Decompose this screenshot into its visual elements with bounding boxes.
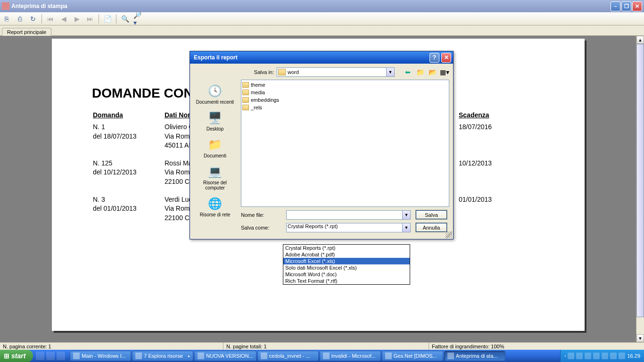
save-in-label: Salva in:	[241, 69, 274, 75]
clock[interactable]: 16.29	[627, 353, 640, 359]
restore-button[interactable]: ❐	[621, 1, 631, 11]
dropdown-item[interactable]: Microsoft Word (*.doc)	[283, 271, 410, 278]
main-titlebar: Anteprima di stampa – ❐ ✕	[0, 0, 644, 12]
goto-page-icon[interactable]: 📄	[103, 14, 112, 24]
first-page-icon[interactable]: ⏮	[46, 14, 55, 24]
export-icon[interactable]: ⎘	[2, 14, 11, 24]
task-icon	[447, 353, 454, 359]
app-icon	[2, 2, 9, 10]
tray-icon[interactable]	[602, 353, 608, 359]
place-documents[interactable]: 📁Documenti	[195, 135, 235, 160]
task-icon	[73, 353, 80, 359]
save-button[interactable]: Salva	[415, 210, 447, 220]
folder-icon	[278, 69, 286, 75]
print-icon[interactable]: ⎙	[15, 14, 25, 24]
close-button[interactable]: ✕	[632, 1, 642, 11]
task-item[interactable]: 7 Esplora risorse▸	[132, 351, 193, 361]
folder-icon	[242, 82, 249, 88]
tray-icon[interactable]	[585, 353, 591, 359]
tray-expand-icon[interactable]: ‹	[564, 354, 566, 358]
folder-icon	[242, 105, 249, 110]
zoom-icon[interactable]: 🔎▾	[133, 14, 143, 24]
quick-launch-item[interactable]	[46, 352, 55, 360]
minimize-button[interactable]: –	[611, 1, 620, 11]
recent-icon: 🕓	[207, 83, 223, 99]
folder-icon	[242, 97, 249, 103]
task-item[interactable]: cedola_invnet - ...	[257, 351, 319, 361]
documents-icon: 📁	[207, 137, 223, 152]
quick-launch-item[interactable]	[57, 352, 65, 360]
quick-launch	[33, 352, 68, 360]
help-button[interactable]: ?	[429, 53, 439, 63]
views-icon[interactable]: ▦▾	[440, 67, 449, 77]
dialog-titlebar[interactable]: Esporta il report ? ✕	[190, 51, 453, 64]
tray-icon[interactable]	[619, 353, 625, 359]
quick-launch-item[interactable]	[36, 352, 44, 360]
dialog-title: Esporta il report	[192, 54, 428, 61]
dropdown-item[interactable]: Microsoft Excel (*.xls)	[283, 258, 410, 264]
filename-label: Nome file:	[241, 212, 281, 218]
task-item[interactable]: NUOVA VERSION...	[194, 351, 256, 361]
place-network[interactable]: 🌐Risorse di rete	[195, 194, 235, 219]
list-item[interactable]: _rels	[242, 104, 448, 111]
next-page-icon[interactable]: ▶	[72, 14, 82, 24]
find-icon[interactable]: 🔍	[120, 14, 130, 24]
list-item[interactable]: media	[242, 89, 448, 96]
tabstrip: Report principale	[0, 25, 644, 36]
task-item[interactable]: Ges.Net [DIMOS...	[382, 351, 443, 361]
new-folder-icon[interactable]: 📂	[428, 67, 437, 77]
file-list[interactable]: theme media embeddings _rels	[241, 80, 449, 207]
task-icon	[385, 353, 392, 359]
savetype-dropdown[interactable]: Crystal Reports (*.rpt) Adobe Acrobat (*…	[283, 244, 410, 285]
chevron-down-icon[interactable]: ▼	[402, 223, 410, 232]
place-recent[interactable]: 🕓Documenti recenti	[195, 82, 235, 107]
tab-main-report[interactable]: Report principale	[2, 28, 51, 36]
prev-page-icon[interactable]: ◀	[59, 14, 68, 24]
tray-icon[interactable]	[593, 353, 600, 359]
network-icon: 🌐	[207, 196, 223, 211]
vertical-scrollbar[interactable]: ▲ ▼	[636, 36, 644, 342]
save-in-combo[interactable]: word ▼	[277, 67, 395, 77]
tray-icon[interactable]	[610, 353, 617, 359]
back-icon[interactable]: ⬅	[403, 67, 413, 77]
chevron-down-icon[interactable]: ▼	[402, 211, 410, 219]
desktop-icon: 🖥️	[207, 110, 223, 125]
place-desktop[interactable]: 🖥️Desktop	[195, 108, 235, 133]
task-icon	[135, 353, 142, 359]
dropdown-item[interactable]: Solo dati Microsoft Excel (*.xls)	[283, 264, 410, 271]
task-item[interactable]: Anteprima di sta...	[444, 351, 505, 361]
cancel-button[interactable]: Annulla	[415, 222, 447, 232]
tray-icon[interactable]	[576, 353, 583, 359]
taskbar: start Main - Windows I... 7 Esplora riso…	[0, 350, 644, 362]
filename-input[interactable]: ▼	[286, 210, 411, 220]
last-page-icon[interactable]: ⏭	[85, 14, 95, 24]
start-button[interactable]: start	[0, 350, 33, 362]
system-tray[interactable]: ‹ 16.29	[560, 350, 644, 362]
task-item[interactable]: invalidi - Microsof...	[320, 351, 381, 361]
dropdown-item[interactable]: Adobe Acrobat (*.pdf)	[283, 251, 410, 258]
up-folder-icon[interactable]: 📁	[415, 67, 425, 77]
tray-icon[interactable]	[568, 353, 574, 359]
toolbar: ⎘ ⎙ ↻ ⏮ ◀ ▶ ⏭ 📄 🔍 🔎▾	[0, 12, 644, 25]
statusbar: N. pagina corrente: 1 N. pagine totali: …	[0, 342, 644, 350]
resize-grip[interactable]	[446, 231, 452, 238]
savetype-combo[interactable]: Crystal Reports (*.rpt) ▼	[286, 223, 411, 232]
dropdown-item[interactable]: Crystal Reports (*.rpt)	[283, 245, 410, 251]
list-item[interactable]: embeddings	[242, 96, 448, 104]
task-icon	[198, 353, 204, 359]
dialog-close-button[interactable]: ✕	[441, 53, 451, 63]
header-scadenza: Scadenza	[459, 111, 544, 122]
scroll-down-icon[interactable]: ▼	[636, 334, 644, 342]
refresh-icon[interactable]: ↻	[28, 14, 38, 24]
place-computer[interactable]: 💻Risorse del computer	[195, 162, 235, 192]
dropdown-item[interactable]: Rich Text Format (*.rtf)	[283, 278, 410, 284]
scroll-thumb[interactable]	[636, 44, 644, 317]
window-title: Anteprima di stampa	[11, 3, 611, 9]
scroll-up-icon[interactable]: ▲	[636, 36, 644, 44]
list-item[interactable]: theme	[242, 81, 448, 89]
savetype-label: Salva come:	[241, 225, 281, 230]
chevron-down-icon[interactable]: ▼	[386, 68, 394, 76]
export-dialog: Esporta il report ? ✕ Salva in: word ▼ ⬅…	[190, 51, 454, 239]
computer-icon: 💻	[207, 164, 223, 179]
task-item[interactable]: Main - Windows I...	[70, 351, 131, 361]
